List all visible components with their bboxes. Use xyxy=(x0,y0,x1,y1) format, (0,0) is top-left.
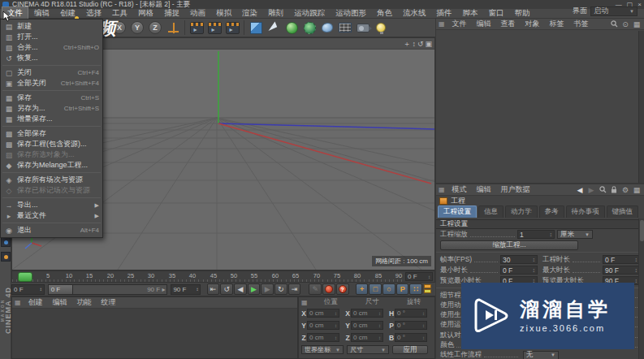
rot-p-input[interactable]: 0 °↕ xyxy=(395,321,427,330)
coordinate-system-button[interactable] xyxy=(165,19,181,36)
timeline-ruler[interactable]: 0 5 10 15 20 25 30 35 40 45 50 55 60 65 … xyxy=(11,270,435,283)
play-button[interactable]: ▶ xyxy=(248,283,261,295)
environment-button[interactable] xyxy=(337,19,353,36)
step-forward-button[interactable]: ▶ xyxy=(261,283,274,295)
interface-dropdown[interactable]: 启动 ▼ xyxy=(590,6,638,16)
coordinate-system-dropdown[interactable]: 世界坐标▼ xyxy=(301,345,344,354)
am-menu-userdata[interactable]: 用户数据 xyxy=(497,184,534,195)
menu-pipeline[interactable]: 流水线 xyxy=(398,7,431,19)
file-menu-new[interactable]: ▤新建 xyxy=(1,21,102,32)
panel-menu-icon[interactable]: ▦ xyxy=(15,299,21,306)
viewport-toggle-icon[interactable]: ▣ xyxy=(425,40,432,48)
end-frame-input[interactable]: 90 F↕ xyxy=(171,284,201,295)
spline-pen-button[interactable] xyxy=(266,19,282,36)
pos-y-input[interactable]: 0 cm↕ xyxy=(307,321,339,330)
mat-menu-texture[interactable]: 纹理 xyxy=(97,297,120,308)
menu-mograph[interactable]: 运动图形 xyxy=(331,7,371,19)
tab-project-settings[interactable]: 工程设置 xyxy=(438,205,477,218)
am-menu-mode[interactable]: 模式 xyxy=(448,184,471,195)
project-scale-input[interactable]: 1↕ xyxy=(517,230,555,239)
menu-animate[interactable]: 动画 xyxy=(185,7,210,19)
camera-button[interactable] xyxy=(355,19,371,36)
lock-z-axis-button[interactable]: Z xyxy=(149,21,162,34)
viewport-pan-icon[interactable]: ＋ xyxy=(403,40,410,48)
render-to-picture-viewer-button[interactable] xyxy=(206,19,223,36)
menu-plugins[interactable]: 插件 xyxy=(432,7,457,19)
file-menu-quit[interactable]: ◉退出Alt+F4 xyxy=(1,225,102,236)
file-menu-export[interactable]: →导出...▶ xyxy=(1,200,102,210)
om-menu-view[interactable]: 查看 xyxy=(497,19,520,29)
menu-script[interactable]: 脚本 xyxy=(458,7,483,19)
mat-menu-create[interactable]: 创建 xyxy=(24,297,47,308)
size-y-input[interactable]: 0 cm↕ xyxy=(351,321,383,330)
panel-menu-icon[interactable]: ▦ xyxy=(439,186,445,193)
apply-button[interactable]: 应用 xyxy=(392,345,428,354)
file-menu-save-incremental[interactable]: ▦增量保存... xyxy=(1,114,102,124)
timeline-playhead[interactable] xyxy=(18,272,32,282)
preview-range-slider[interactable]: 0 F 90 F ▸ xyxy=(48,284,168,295)
key-position-toggle[interactable]: + xyxy=(356,283,369,295)
om-menu-file[interactable]: 文件 xyxy=(448,19,471,29)
gear-icon[interactable]: ⚙ xyxy=(620,185,630,195)
tab-info[interactable]: 信息 xyxy=(478,205,504,218)
om-menu-bookmarks[interactable]: 书签 xyxy=(570,19,593,29)
tab-key-interpolation[interactable]: 键插值 xyxy=(607,205,639,218)
history-back-icon[interactable]: ◀ xyxy=(575,185,585,195)
loop-button[interactable]: ↻ xyxy=(274,283,287,295)
search-icon[interactable] xyxy=(609,19,619,29)
lock-y-axis-button[interactable]: Y xyxy=(131,21,144,34)
am-menu-edit[interactable]: 编辑 xyxy=(473,184,495,195)
om-menu-edit[interactable]: 编辑 xyxy=(473,19,495,29)
bottom-dropdown[interactable]: 无▼ xyxy=(523,351,559,359)
goto-start-button[interactable]: ⇤ xyxy=(207,283,220,295)
om-scrollbar[interactable] xyxy=(638,31,644,183)
am-scrollbar[interactable] xyxy=(638,218,644,359)
timeline-frame-spinner[interactable]: 0 F↕ xyxy=(405,272,433,281)
close-button[interactable]: × xyxy=(638,1,642,8)
lock-icon[interactable] xyxy=(609,185,619,195)
step-back-button[interactable]: ◀ xyxy=(234,283,247,295)
scale-unit-dropdown[interactable]: 厘米▼ xyxy=(557,230,593,239)
file-menu-save-all-takes[interactable]: ◈保存所有场次与资源 xyxy=(1,175,102,185)
section-project-settings[interactable]: 工程设置 xyxy=(436,219,644,229)
record-active-objects-button[interactable]: ✎ xyxy=(309,283,322,295)
layout-icon[interactable]: ▦ xyxy=(632,185,642,195)
rot-h-input[interactable]: 0 °↕ xyxy=(395,309,427,318)
key-scale-toggle[interactable]: □ xyxy=(369,283,382,295)
fps-input[interactable]: 30↕ xyxy=(500,255,538,264)
layout-icon[interactable]: ▦ xyxy=(632,19,642,29)
menu-render[interactable]: 渲染 xyxy=(237,7,262,19)
file-menu-close-all[interactable]: ▣全部关闭Ctrl+Shift+F4 xyxy=(1,78,102,89)
menu-window[interactable]: 窗口 xyxy=(484,7,509,19)
play-backwards-button[interactable]: ↺ xyxy=(220,283,233,295)
goto-end-button[interactable]: ⇥ xyxy=(288,283,301,295)
size-x-input[interactable]: 0 cm↕ xyxy=(351,309,383,318)
key-rotation-toggle[interactable]: ○ xyxy=(383,283,395,295)
file-menu-save-as[interactable]: ▦另存为...Ctrl+Shift+S xyxy=(1,103,102,114)
search-icon[interactable] xyxy=(598,185,607,195)
panel-menu-icon[interactable]: ▦ xyxy=(439,20,445,28)
keyframe-presets-icon[interactable] xyxy=(423,283,432,295)
panel-menu-icon[interactable]: ▦ xyxy=(301,299,308,306)
render-settings-button[interactable] xyxy=(224,19,240,36)
file-menu-save[interactable]: ▦保存Ctrl+S xyxy=(1,93,102,103)
menu-character[interactable]: 角色 xyxy=(372,7,397,19)
viewport-zoom-icon[interactable]: ↕ xyxy=(412,40,416,48)
size-mode-dropdown[interactable]: 尺寸▼ xyxy=(347,345,389,354)
keyframe-selection-button[interactable]: ? xyxy=(336,283,349,295)
tab-todo[interactable]: 待办事项 xyxy=(566,205,605,218)
om-menu-tags[interactable]: 标签 xyxy=(546,19,568,29)
menu-sculpt[interactable]: 雕刻 xyxy=(263,7,288,19)
model-mode-icon[interactable] xyxy=(1,237,11,247)
texture-mode-icon[interactable] xyxy=(1,252,11,262)
file-menu-save-melange[interactable]: ◆保存为Melange工程... xyxy=(1,160,102,171)
mat-menu-edit[interactable]: 编辑 xyxy=(49,297,71,308)
project-time-input[interactable]: 0 F↕ xyxy=(603,255,640,264)
menu-snap[interactable]: 捕捉 xyxy=(159,7,184,19)
generators-button[interactable] xyxy=(301,19,318,36)
tab-referencing[interactable]: 参考 xyxy=(539,205,564,218)
file-menu-save-all[interactable]: ▩全部保存 xyxy=(1,128,102,139)
file-menu-recent-files[interactable]: ▸最近文件▶ xyxy=(1,210,102,221)
deformer-button[interactable] xyxy=(319,19,335,36)
light-button[interactable] xyxy=(373,19,389,36)
